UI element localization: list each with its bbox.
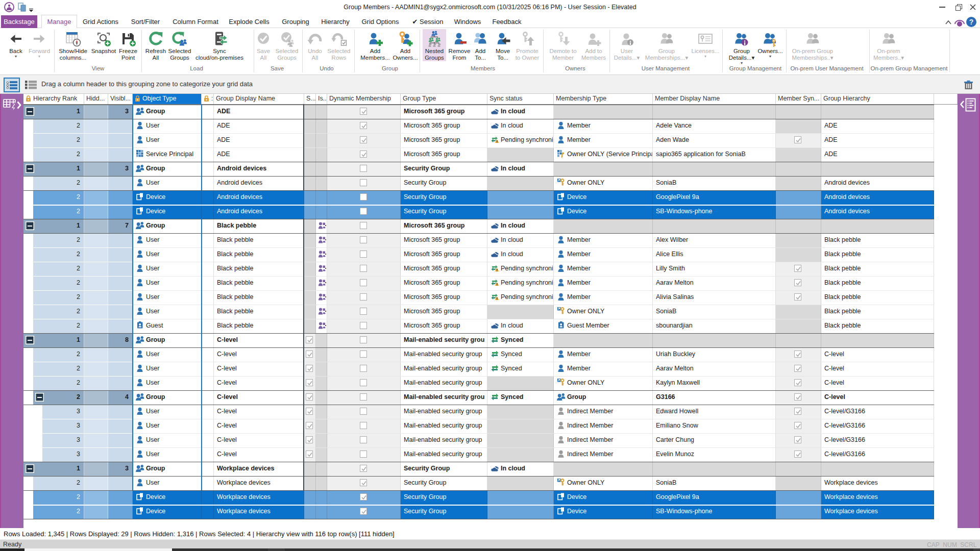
svg-text:?: ? (969, 18, 974, 26)
